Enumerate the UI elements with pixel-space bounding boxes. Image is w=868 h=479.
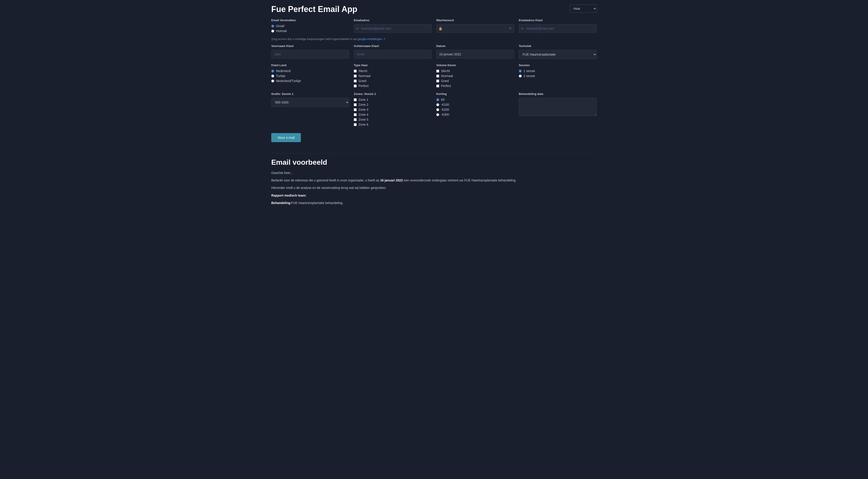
klant-land-radios: Nederland Turkije Nederland/Turkije [271,69,349,83]
achternaam-label: Achternaam Klant [354,44,432,48]
emailadres-input-wrapper: ✉ [354,24,432,33]
emailadres-label: Emailadres [354,19,432,22]
cb-haar-perfect[interactable]: Perfect [354,84,432,88]
email-verstrekker-radios: Gmail Hotmail [271,24,349,33]
cb-donor-goed[interactable]: Goed [436,79,514,83]
wachtwoord-input[interactable] [436,24,514,33]
cb-zone5[interactable]: Zone 5 [354,118,432,121]
radio-nederland[interactable]: Nederland [271,69,349,73]
cb-zone6[interactable]: Zone 6 [354,123,432,126]
radio-hotmail-label: Hotmail [276,29,287,33]
email-klant-icon-left: ✉ [521,27,524,30]
app-title: Fue Perfect Email App [271,4,358,14]
email-rapport-label: Rapport medisch team: [271,193,597,198]
volume-donor-checkboxes: Slecht Normaal Goed Perfect [436,69,514,88]
behandeling-data-textarea[interactable] [519,98,597,116]
behandeling-data-group: Behandeling data [519,92,597,126]
emailadres-klant-input-wrapper: ✉ [519,24,597,33]
radio-gmail[interactable]: Gmail [271,24,349,28]
cb-donor-normaal[interactable]: Normaal [436,74,514,78]
radio-2sessie[interactable]: 2 sessie [519,74,597,78]
radio-hotmail[interactable]: Hotmail [271,29,349,33]
send-email-button[interactable]: Stuur e-mail [271,133,301,142]
behandeling-data-label: Behandeling data [519,92,597,96]
wachtwoord-group: Wachtwoord 🔒 👁 [436,19,514,33]
email-line1-end: een vooronderzoek ondergaan omtrent uw F… [403,179,516,182]
techniek-group: Techniek FUE Haartransplantatie FUT Haar… [519,44,597,59]
zones-checkboxes: Zone 1 Zone 2 Zone 3 Zone 4 Zone 5 [354,98,432,126]
email-preview-section: Email voorbeeld Geachte heer , Bedankt v… [271,158,597,206]
emailadres-klant-label: Emailadres Klant [519,19,597,22]
radio-korting-300[interactable]: -€300 [436,113,514,116]
achternaam-group: Achternaam Klant [354,44,432,59]
radio-hotmail-input[interactable] [271,30,274,33]
info-text-after: . [386,37,387,41]
klant-land-group: Klant Land Nederland Turkije Nederland/T… [271,63,349,88]
grafts-select[interactable]: 500-1000 1000-1500 1500-2000 2000-2500 2… [271,98,349,107]
info-text-before: Zorg ervoor dat u onveilige toepassingen… [271,37,358,41]
zones-label: Zones: Sessie 1 [354,92,432,96]
cb-donor-perfect[interactable]: Perfect [436,84,514,88]
radio-1sessie[interactable]: 1 sessie [519,69,597,73]
datum-group: Datum [436,44,514,59]
cb-haar-goed[interactable]: Goed [354,79,432,83]
radio-nederland-turkije[interactable]: Nederland/Turkije [271,79,349,83]
type-haar-checkboxes: Slecht Normaal Goed Perfect [354,69,432,88]
korting-radios: €0 -€100 -€200 -€300 [436,98,514,116]
sessies-label: Sessies [519,63,597,67]
cb-zone1[interactable]: Zone 1 [354,98,432,101]
email-icon-left: ✉ [356,27,359,30]
lock-icon: 🔒 [438,27,442,30]
email-date-bold: 16 januari 2022 [380,179,403,182]
emailadres-group: Emailadres ✉ [354,19,432,33]
cb-zone2[interactable]: Zone 2 [354,103,432,106]
email-preview-body: Geachte heer , Bedankt voor de interesse… [271,170,597,206]
voornaam-input[interactable] [271,50,349,59]
achternaam-input[interactable] [354,50,432,59]
emailadres-klant-input[interactable] [519,24,597,33]
info-text: Zorg ervoor dat u onveilige toepassingen… [271,37,597,41]
email-verstrekker-group: Email Verstrekker Gmail Hotmail [271,19,349,33]
volume-donor-label: Volume Donor [436,63,514,67]
radio-korting-100[interactable]: -€100 [436,103,514,106]
eye-icon[interactable]: 👁 [509,27,512,30]
type-haar-label: Type Haar [354,63,432,67]
voornaam-label: Voornaam Klant [271,44,349,48]
cb-haar-slecht[interactable]: Slecht [354,69,432,73]
radio-korting-0[interactable]: €0 [436,98,514,101]
cb-donor-slecht[interactable]: Slecht [436,69,514,73]
cb-haar-normaal[interactable]: Normaal [354,74,432,78]
emailadres-klant-group: Emailadres Klant ✉ [519,19,597,33]
techniek-label: Techniek [519,44,597,48]
email-preview-title: Email voorbeeld [271,158,597,166]
cb-zone3[interactable]: Zone 3 [354,108,432,111]
wachtwoord-label: Wachtwoord [436,19,514,22]
techniek-select[interactable]: FUE Haartransplantatie FUT Haartransplan… [519,50,597,59]
google-instellingen-link[interactable]: google-instellingen ↗ [358,37,385,41]
emailadres-input[interactable] [354,24,432,33]
radio-gmail-label: Gmail [276,24,284,28]
haar-select[interactable]: Haar [569,4,597,13]
grafts-label: Grafts: Sessie 1 [271,92,349,96]
korting-group: Korting €0 -€100 -€200 -€300 [436,92,514,126]
grafts-group: Grafts: Sessie 1 500-1000 1000-1500 1500… [271,92,349,126]
email-line2: Hieronder vindt u de analyse en de samen… [271,185,597,191]
sessies-group: Sessies 1 sessie 2 sessie [519,63,597,88]
wachtwoord-input-wrapper: 🔒 👁 [436,24,514,33]
email-line1-before: Bedankt voor de interesse die u getoond … [271,179,380,182]
email-line1: Bedankt voor de interesse die u getoond … [271,178,597,183]
voornaam-group: Voornaam Klant [271,44,349,59]
email-behandeling-value: FUE Haartransplantatie behandeling. [291,201,343,205]
email-verstrekker-label: Email Verstrekker [271,19,349,22]
email-greeting: Geachte heer , [271,170,597,176]
radio-korting-200[interactable]: -€200 [436,108,514,111]
type-haar-group: Type Haar Slecht Normaal Goed Perfect [354,63,432,88]
klant-land-label: Klant Land [271,63,349,67]
cb-zone4[interactable]: Zone 4 [354,113,432,116]
radio-turkije[interactable]: Turkije [271,74,349,78]
datum-input[interactable] [436,50,514,59]
volume-donor-group: Volume Donor Slecht Normaal Goed Perfect [436,63,514,88]
email-behandeling: Behandeling:FUE Haartransplantatie behan… [271,200,597,206]
sessies-radios: 1 sessie 2 sessie [519,69,597,78]
radio-gmail-input[interactable] [271,25,274,28]
